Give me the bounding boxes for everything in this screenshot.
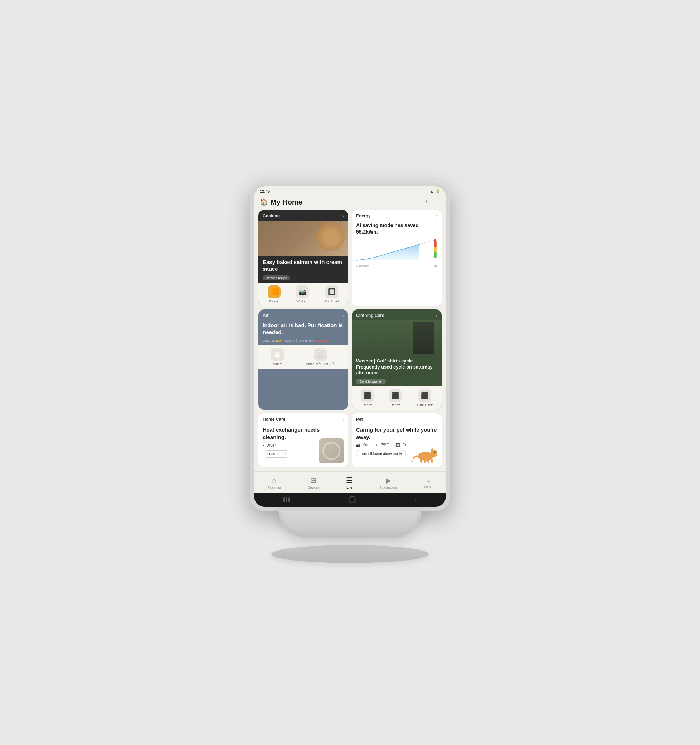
bottom-card-row: Home Care › Heat exchanger needs cleanin… (258, 413, 442, 467)
cooking-device-2-status: Working (297, 299, 309, 303)
svg-rect-5 (434, 247, 437, 252)
air-card-header: Air › (258, 310, 348, 320)
app-header: 🏠 My Home + ⋮ (254, 195, 446, 210)
more-menu-button[interactable]: ⋮ (434, 198, 440, 206)
cooking-device-3-status: On, Smart (324, 299, 339, 303)
dryer-icon: ⬛ (389, 389, 401, 402)
gesture-line-1 (284, 497, 285, 502)
energy-chevron-icon: › (436, 214, 437, 218)
screen: 12:45 ▲ 🔋 🏠 My Home + ⋮ (254, 186, 446, 507)
recipe-badge[interactable]: Detailed recipe (263, 275, 290, 280)
clothing-device-1: ⬛ Ready (361, 389, 374, 407)
status-icons: ▲ 🔋 (430, 189, 440, 194)
cooking-device-1: 🟧 Ready (268, 286, 281, 303)
chart-dates: 1 January 31 (356, 263, 437, 268)
pet-stat-2: 75°F (381, 443, 389, 447)
air-purifier-icon: ▦ (271, 348, 284, 361)
energy-chart-svg (356, 237, 437, 262)
gesture-line-2 (286, 497, 287, 502)
tablet-inner: 12:45 ▲ 🔋 🏠 My Home + ⋮ (254, 186, 446, 507)
home-alone-button[interactable]: Turn off home alone mode (356, 450, 406, 458)
air-device-1-status: Smart (273, 362, 282, 366)
nav-menu[interactable]: ≡ Menu (422, 474, 436, 491)
send-to-washer-button[interactable]: Send to washer (356, 378, 386, 384)
homecare-chevron-icon: › (342, 417, 344, 422)
automations-label: Automations (380, 486, 398, 489)
cooking-device-2: 📷 Working (296, 286, 309, 303)
chart-date-start: 1 January (356, 264, 369, 268)
nav-automations[interactable]: ▶ Automations (377, 474, 400, 491)
svg-rect-11 (420, 459, 422, 463)
svg-marker-0 (356, 244, 419, 260)
tablet-outer: 12:45 ▲ 🔋 🏠 My Home + ⋮ (250, 182, 450, 512)
devices-label: Devices (308, 486, 319, 489)
add-button[interactable]: + (424, 198, 428, 206)
cooking-image-area (258, 221, 348, 256)
svg-rect-13 (427, 459, 430, 463)
pet-card[interactable]: Pet › Caring for your pet while you're a… (352, 413, 442, 467)
energy-card[interactable]: Energy › AI saving mode has saved 55.2kW… (352, 210, 442, 306)
svg-point-2 (418, 243, 421, 245)
dryer-visual (319, 438, 344, 464)
air-card[interactable]: Air › Indoor air is bad. Purification is… (258, 310, 348, 410)
microwave-icon: 📷 (296, 286, 309, 298)
cooking-background (258, 221, 348, 256)
homecare-label: Home Care (263, 417, 285, 422)
life-icon: ☰ (346, 476, 352, 485)
home-icon: 🏠 (260, 198, 268, 206)
styler-icon: ⬛ (418, 389, 431, 402)
pet-stat-1: On (363, 443, 368, 447)
home-gesture[interactable] (349, 496, 356, 503)
living-room-label: Living room (299, 339, 315, 343)
cooking-device-1-status: Ready (270, 299, 279, 303)
svg-rect-4 (434, 241, 437, 247)
clothing-label: Clothing Care (356, 313, 384, 318)
battery-icon: 🔋 (435, 189, 440, 194)
svg-line-1 (419, 240, 435, 244)
air-device-2-status: Home 75°F Set 75°F (306, 362, 336, 366)
clothing-device-1-status: Ready (363, 403, 372, 407)
air-stats: Outdoor 5μg/m 5μg/m | Living room 81μg/m (258, 338, 348, 345)
nav-favorites[interactable]: ☆ Favorites (265, 474, 284, 491)
clothing-device-3-status: 1:10:00 left (416, 403, 433, 407)
energy-chart: 1 January 31 (352, 237, 442, 269)
devices-icon: ⊞ (310, 476, 316, 485)
air-label: Air (263, 313, 269, 318)
middle-card-row: Air › Indoor air is bad. Purification is… (258, 310, 442, 410)
learn-more-button[interactable]: Learn more (263, 450, 290, 458)
homecare-card[interactable]: Home Care › Heat exchanger needs cleanin… (258, 413, 348, 467)
svg-rect-6 (434, 252, 437, 257)
outdoor-label: Outdoor (263, 339, 275, 343)
signal-icon: ▲ (430, 189, 434, 193)
cooking-label: Cooking (263, 214, 280, 218)
clothing-device-2-status: Ready (390, 403, 400, 407)
air-title: Indoor air is bad. Purification is neede… (258, 320, 348, 338)
menu-icon: ≡ (426, 476, 430, 484)
clothing-device-3: ⬛ 1:10:00 left (416, 389, 433, 407)
homecare-device-name: Dryer (266, 443, 276, 447)
clothing-devices-row: ⬛ Ready ⬛ Ready ⬛ 1:10:00 left (352, 386, 442, 410)
nav-devices[interactable]: ⊞ Devices (305, 474, 322, 491)
food-image (316, 223, 345, 251)
chart-date-end: 31 (434, 264, 437, 268)
favorites-icon: ☆ (271, 476, 278, 485)
clothing-chevron-icon: › (436, 313, 437, 318)
cooking-card[interactable]: Cooking › Easy baked salmon with cream s… (258, 210, 348, 306)
oven-icon: 🟧 (268, 286, 281, 298)
energy-card-header: Energy › (352, 210, 442, 221)
pet-camera-icon: 📷 (356, 443, 360, 447)
clothing-device-2: ⬛ Ready (389, 389, 401, 407)
main-content: Cooking › Easy baked salmon with cream s… (254, 210, 446, 472)
washer-icon: ⬛ (361, 389, 374, 402)
svg-point-15 (434, 452, 435, 453)
clothing-card[interactable]: Clothing Care › Washer | Golf shirts cyc… (352, 310, 442, 410)
gesture-line-3 (288, 497, 290, 502)
recent-apps-gesture[interactable] (284, 497, 290, 502)
clothing-card-header: Clothing Care › (352, 310, 442, 320)
back-gesture[interactable]: ‹ (414, 496, 416, 503)
favorites-label: Favorites (268, 486, 281, 489)
thermostat-icon: ⬜ (314, 348, 327, 361)
air-device-2: ⬜ Home 75°F Set 75°F (306, 348, 336, 366)
nav-life[interactable]: ☰ Life (343, 474, 355, 491)
living-room-value: 81μg/m (316, 339, 327, 343)
